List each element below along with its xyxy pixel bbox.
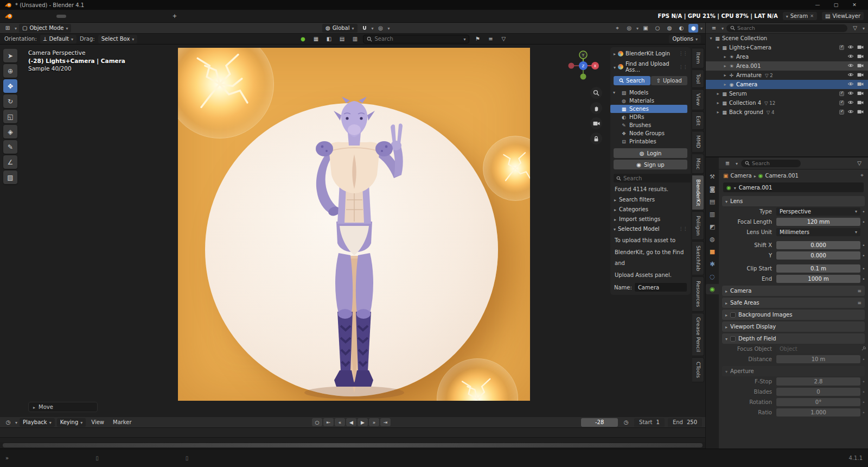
tab-upload[interactable]: ⇧ Upload [651, 76, 688, 85]
render-camera-icon[interactable] [857, 54, 864, 60]
outliner-item-label[interactable]: Collection 4 [729, 100, 761, 106]
sidebar-tab[interactable]: Sketchfab [692, 241, 704, 275]
editor-type-caret[interactable] [15, 419, 17, 426]
navigation-gizmo[interactable]: Y X Z [566, 49, 600, 83]
sidebar-tab[interactable]: Tool [692, 70, 704, 88]
jump-to-start-button[interactable]: ⇤ [323, 418, 334, 426]
outliner-item-label[interactable]: Lights+Camera [729, 45, 771, 51]
presets-menu-icon[interactable]: ≡ [857, 288, 861, 294]
properties-search-field[interactable] [741, 160, 801, 167]
shift-y-field[interactable]: 0.000 [776, 251, 860, 260]
sidebar-tab[interactable]: Grease Pencil [692, 313, 704, 356]
panel-header-aperture[interactable]: Aperture [722, 366, 865, 376]
tool-button[interactable]: ↻ [3, 94, 17, 108]
find-upload-panel-header[interactable]: Find and Upload Ass... ⋮⋮ [610, 59, 691, 75]
pin-icon[interactable]: ⌖ [860, 172, 864, 179]
sidebar-tab[interactable]: Edit [692, 111, 704, 130]
frame-start-field[interactable]: Start 1 [634, 418, 665, 427]
workspace-tab[interactable] [149, 15, 159, 18]
viewport-menu-item[interactable] [93, 27, 99, 29]
search-caret[interactable] [463, 36, 465, 42]
animate-dot-icon[interactable] [860, 379, 867, 384]
properties-tab[interactable]: ◩ [706, 222, 719, 232]
asset-cols-icon[interactable]: ▥ [350, 35, 360, 43]
expand-icon[interactable] [33, 404, 35, 410]
filter-funnel-icon[interactable]: ▽ [854, 159, 864, 168]
timeline-marker-menu[interactable]: Marker [110, 418, 135, 426]
clip-end-field[interactable]: 1000 m [776, 275, 860, 283]
asset-split-icon[interactable]: ◧ [324, 35, 334, 43]
asset-type-item[interactable]: ❖ Node Groups [610, 129, 687, 137]
panel-header-lens[interactable]: Lens [722, 196, 865, 206]
asset-type-item[interactable]: ▦ Scenes [610, 105, 687, 113]
sidebar-tab[interactable]: Poliigon [692, 211, 704, 240]
tool-button[interactable]: ∠ [3, 155, 17, 169]
proportional-edit-icon[interactable]: ◎ [376, 24, 386, 33]
scene-selector[interactable]: Seram ✕ [783, 12, 817, 20]
playback-dropdown[interactable]: Playback [20, 418, 55, 427]
jump-to-end-button[interactable]: ⇥ [380, 418, 391, 426]
collapsible-section[interactable]: Categories [610, 204, 691, 214]
breadcrumb-object[interactable]: Camera [730, 173, 751, 179]
properties-tab[interactable]: ▥ [706, 209, 719, 219]
outliner-row[interactable]: ▸ ▦ Back ground ▽ 4 [706, 108, 868, 117]
outliner-item-label[interactable]: Serum [729, 91, 747, 97]
fstop-field[interactable]: 2.8 [776, 377, 860, 386]
outliner-row[interactable]: ▸ ▦ Serum [706, 89, 868, 98]
blenderkit-search-input[interactable] [623, 175, 691, 181]
filter-caret[interactable] [863, 24, 865, 31]
workspace-tab[interactable] [139, 15, 149, 18]
outliner-item-label[interactable]: Back ground [729, 109, 763, 115]
shading-material-icon[interactable]: ◐ [676, 24, 686, 33]
ratio-field[interactable]: 1.000 [776, 408, 860, 416]
outliner-row[interactable]: ▸ ▦ Collection 4 ▽ 12 [706, 98, 868, 108]
current-frame-field[interactable]: -28 [581, 418, 618, 427]
presets-menu-icon[interactable]: ≡ [857, 300, 861, 306]
outliner-row[interactable]: ▸ ✛ Armature ▽ 2 [706, 71, 868, 80]
bookmark-icon[interactable]: ⚑ [473, 35, 482, 43]
timeline-editor-icon[interactable]: ◷ [3, 418, 13, 427]
outliner-row[interactable]: ▾ ▦ Scene Collection [706, 34, 868, 43]
maximize-icon[interactable]: ▢ [827, 2, 845, 8]
animate-dot-icon[interactable] [860, 219, 867, 225]
panel-header-depth-of-field[interactable]: Depth of Field [722, 333, 865, 344]
hide-eye-icon[interactable] [847, 45, 854, 51]
properties-tab[interactable]: ◙ [706, 184, 719, 194]
collapsed-panel-header[interactable]: Safe Areas ≡ [722, 298, 865, 308]
scene-unlink-icon[interactable]: ✕ [810, 14, 814, 18]
pan-hand-icon[interactable] [590, 102, 602, 114]
rotation-field[interactable]: 0° [776, 398, 860, 406]
asset-sphere-icon[interactable]: ● [298, 35, 308, 43]
expand-icon[interactable]: ▸ [722, 64, 728, 68]
viewport-menu-item[interactable] [73, 27, 80, 29]
expand-icon[interactable]: ▾ [715, 45, 721, 50]
menu-item[interactable] [21, 15, 29, 18]
snap-magnet-icon[interactable] [360, 24, 369, 33]
statusbar-expander[interactable]: » [5, 455, 9, 461]
asset-type-item[interactable]: ⊟ Printables [610, 137, 687, 146]
workspace-tab[interactable] [159, 15, 169, 18]
collection-checkbox[interactable] [839, 100, 844, 105]
outliner-item-label[interactable]: Area [736, 54, 749, 60]
expand-icon[interactable]: ▾ [708, 36, 714, 41]
selected-model-panel-header[interactable]: Selected Model ⋮⋮ [610, 224, 691, 234]
asset-search-input[interactable] [374, 36, 461, 42]
animate-dot-icon[interactable] [860, 357, 867, 362]
editor-type-caret[interactable] [722, 24, 724, 31]
asset-search-field[interactable] [363, 35, 469, 43]
expand-icon[interactable]: ▸ [715, 110, 721, 115]
hide-eye-icon[interactable] [847, 109, 854, 115]
animate-dot-icon[interactable] [860, 400, 867, 405]
collection-checkbox[interactable] [839, 91, 844, 96]
sidebar-tab[interactable]: View [692, 89, 704, 110]
xray-toggle-icon[interactable]: ▣ [641, 24, 650, 33]
sidebar-tab[interactable]: BlenderKit [692, 175, 704, 210]
animate-dot-icon[interactable] [860, 243, 867, 248]
next-keyframe-button[interactable]: » [369, 418, 379, 426]
render-camera-icon[interactable] [857, 109, 864, 115]
preview-range-icon[interactable]: ◷ [621, 418, 631, 427]
lock-icon[interactable] [590, 132, 602, 144]
menu-item[interactable] [14, 15, 21, 18]
viewport-menu-item[interactable] [80, 27, 86, 29]
list-icon[interactable]: ≡ [486, 35, 495, 43]
